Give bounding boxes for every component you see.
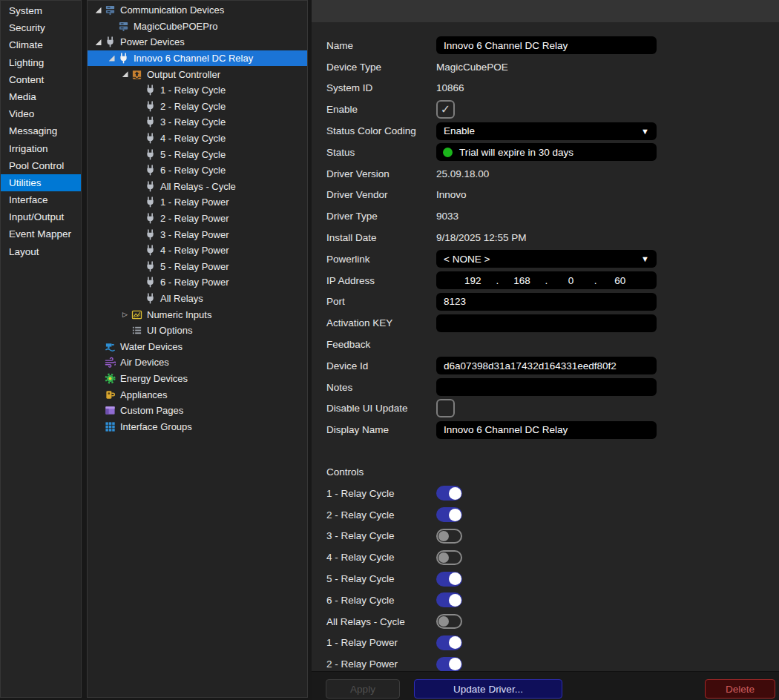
sidebar-item-event-mapper[interactable]: Event Mapper — [1, 225, 81, 242]
form-row-port: Port — [326, 291, 779, 313]
control-row-1-relay-power: 1 - Relay Power — [326, 633, 779, 654]
tree-item-6-relay-cycle[interactable]: 6 - Relay Cycle — [88, 162, 307, 179]
sidebar-item-interface[interactable]: Interface — [1, 191, 81, 208]
tree-item-interface-groups[interactable]: Interface Groups — [88, 418, 307, 435]
tree-item-label: Power Devices — [120, 36, 189, 47]
name-input[interactable] — [436, 36, 657, 54]
tree-item-label: 3 - Relay Cycle — [160, 116, 230, 128]
tree-item-numeric-inputs[interactable]: ▷Numeric Inputs — [88, 306, 307, 323]
tree-item-3-relay-cycle[interactable]: 3 - Relay Cycle — [88, 114, 307, 131]
toggle-2-relay-cycle[interactable] — [436, 507, 462, 522]
tree-item-energy-devices[interactable]: Energy Devices — [88, 371, 307, 387]
tree-item-3-relay-power[interactable]: 3 - Relay Power — [88, 226, 307, 242]
update-driver-button[interactable]: Update Driver... — [414, 679, 562, 699]
toggle-5-relay-cycle[interactable] — [436, 572, 462, 587]
expand-arrow-icon[interactable] — [93, 7, 104, 13]
sidebar-item-pool-control[interactable]: Pool Control — [1, 157, 81, 174]
display-name-input[interactable] — [436, 421, 657, 439]
toggle-1-relay-power[interactable] — [436, 635, 462, 650]
tree-item-5-relay-power[interactable]: 5 - Relay Power — [88, 259, 307, 275]
tree-item-all-relays-cycle[interactable]: All Relays - Cycle — [88, 179, 307, 195]
notes-input[interactable] — [436, 378, 657, 396]
sidebar-item-media[interactable]: Media — [1, 88, 81, 105]
tree-item-label: Interface Groups — [120, 421, 197, 432]
control-label: 2 - Relay Power — [326, 658, 436, 670]
tree-item-label: 4 - Relay Cycle — [160, 133, 230, 144]
ip-octet-4[interactable]: 60 — [597, 275, 643, 286]
tree-item-air-devices[interactable]: Air Devices — [88, 354, 307, 371]
activation-key-input[interactable] — [436, 314, 657, 332]
sidebar-item-lighting[interactable]: Lighting — [1, 54, 81, 71]
form-row-feedback: Feedback — [326, 334, 779, 355]
expand-arrow-icon[interactable] — [106, 56, 117, 62]
tree-item-custom-pages[interactable]: Custom Pages — [88, 403, 307, 419]
tree-item-ui-options[interactable]: UI Options — [88, 323, 307, 339]
tree-item-label: Custom Pages — [120, 405, 188, 416]
control-row-3-relay-cycle: 3 - Relay Cycle — [326, 526, 779, 547]
ip-octet-2[interactable]: 168 — [499, 275, 545, 286]
toggle-2-relay-power[interactable] — [436, 657, 462, 672]
expand-arrow-icon[interactable] — [93, 39, 104, 45]
plug-icon — [144, 245, 157, 257]
tree-item-water-devices[interactable]: Water Devices — [88, 338, 307, 354]
display-name-label: Display Name — [326, 424, 436, 435]
tree-item-6-relay-power[interactable]: 6 - Relay Power — [88, 274, 307, 291]
sidebar-item-utilities[interactable]: Utilities — [1, 174, 81, 191]
sidebar-item-messaging[interactable]: Messaging — [1, 122, 81, 139]
control-row-4-relay-cycle: 4 - Relay Cycle — [326, 547, 779, 568]
tree-item-magiccubepoepro[interactable]: MagicCubePOEPro — [88, 19, 307, 35]
device-id-input[interactable] — [436, 357, 657, 374]
collapse-arrow-icon[interactable]: ▷ — [119, 311, 131, 318]
tree-item-2-relay-power[interactable]: 2 - Relay Power — [88, 211, 307, 227]
plug-icon — [144, 148, 157, 160]
sidebar-item-irrigation[interactable]: Irrigation — [1, 140, 81, 157]
tree-item-communication-devices[interactable]: Communication Devices — [88, 2, 307, 19]
sidebar-item-content[interactable]: Content — [1, 71, 81, 88]
tree-item-innovo-6-channel-dc-relay[interactable]: Innovo 6 Channel DC Relay — [88, 50, 307, 67]
tree-item-4-relay-cycle[interactable]: 4 - Relay Cycle — [88, 131, 307, 147]
tree-item-1-relay-power[interactable]: 1 - Relay Power — [88, 194, 307, 211]
toggle-4-relay-cycle[interactable] — [436, 550, 462, 565]
enable-checkbox[interactable]: ✓ — [436, 100, 455, 119]
tree-item-1-relay-cycle[interactable]: 1 - Relay Cycle — [88, 82, 307, 99]
sidebar-item-system[interactable]: System — [1, 2, 81, 19]
status-text: Trial will expire in 30 days — [459, 147, 573, 158]
status-color-coding-select[interactable]: Enable▼ — [436, 122, 657, 140]
sidebar-item-video[interactable]: Video — [1, 105, 81, 122]
toggle-1-relay-cycle[interactable] — [436, 486, 462, 501]
tree-item-label: Appliances — [120, 389, 172, 400]
powerlink-select[interactable]: < NONE >▼ — [436, 250, 657, 268]
tree-item-2-relay-cycle[interactable]: 2 - Relay Cycle — [88, 99, 307, 115]
expand-arrow-icon[interactable] — [119, 71, 131, 77]
tree-item-output-controller[interactable]: Output Controller — [88, 66, 307, 82]
ip-octet-1[interactable]: 192 — [450, 275, 496, 286]
disable-ui-update-label: Disable UI Update — [326, 403, 436, 414]
sidebar-item-climate[interactable]: Climate — [1, 36, 81, 53]
driver-vendor-label: Driver Vendor — [326, 189, 436, 200]
sidebar-item-input-output[interactable]: Input/Output — [1, 208, 81, 225]
tree-item-appliances[interactable]: Appliances — [88, 386, 307, 403]
disable-ui-update-checkbox[interactable] — [436, 399, 455, 417]
tree-item-label: Output Controller — [147, 69, 225, 80]
toggle-6-relay-cycle[interactable] — [436, 592, 462, 607]
apply-button[interactable]: Apply — [326, 679, 400, 699]
tree-item-label: Air Devices — [120, 357, 174, 368]
delete-button[interactable]: Delete — [705, 679, 775, 699]
port-input[interactable] — [436, 293, 657, 311]
tree-item-label: 1 - Relay Power — [160, 197, 233, 208]
ip-octet-3[interactable]: 0 — [548, 275, 594, 286]
sidebar-item-layout[interactable]: Layout — [1, 243, 81, 260]
plug-icon — [144, 277, 157, 288]
tree-item-4-relay-power[interactable]: 4 - Relay Power — [88, 242, 307, 259]
plug-icon — [104, 36, 116, 48]
activation-key-label: Activation KEY — [326, 317, 436, 328]
tree-item-all-relays[interactable]: All Relays — [88, 291, 307, 307]
control-label: 1 - Relay Cycle — [326, 488, 436, 499]
tree-item-5-relay-cycle[interactable]: 5 - Relay Cycle — [88, 146, 307, 162]
tree-item-power-devices[interactable]: Power Devices — [88, 34, 307, 50]
toggle-all-relays-cycle[interactable] — [436, 614, 462, 629]
device-id-label: Device Id — [326, 360, 436, 372]
ip-address-input[interactable]: 192.168.0.60 — [436, 271, 657, 289]
sidebar-item-security[interactable]: Security — [1, 19, 81, 36]
toggle-3-relay-cycle[interactable] — [436, 529, 462, 544]
